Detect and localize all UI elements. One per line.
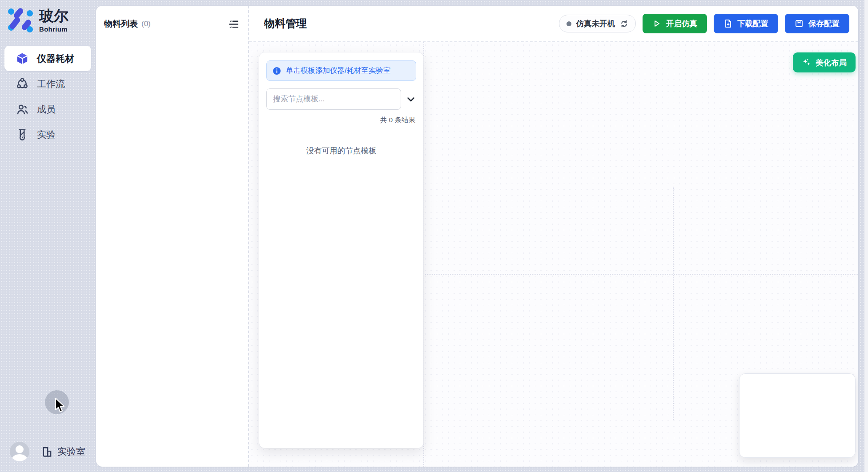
material-list-panel: 物料列表 (0)	[96, 6, 249, 467]
main-content: 物料管理 仿真未开机 开启仿真	[249, 6, 858, 467]
simulation-status-chip: 仿真未开机	[559, 15, 636, 32]
beautify-layout-button[interactable]: 美化布局	[793, 52, 856, 72]
scrollbar[interactable]	[864, 0, 868, 472]
sparkles-icon	[802, 58, 811, 67]
page-title: 物料管理	[264, 16, 307, 31]
material-list-title: 物料列表	[104, 18, 138, 30]
experiment-icon	[15, 128, 29, 141]
simulation-status-label: 仿真未开机	[576, 18, 615, 29]
collapse-template-list-button[interactable]	[406, 94, 416, 104]
brand-logo: 玻尔 Bohrium	[7, 6, 68, 33]
minimap[interactable]	[739, 373, 856, 458]
sidebar-item-label: 工作流	[37, 78, 65, 90]
template-hint-banner: 单击模板添加仪器/耗材至实验室	[266, 60, 416, 81]
cube-icon	[15, 52, 29, 65]
material-list-count: (0)	[141, 20, 151, 28]
menu-fold-icon	[228, 19, 239, 30]
start-simulation-button[interactable]: 开启仿真	[643, 14, 707, 33]
workflow-icon	[15, 77, 29, 91]
brand-text: 玻尔 Bohrium	[39, 6, 68, 33]
refresh-icon	[620, 20, 628, 28]
refresh-status-button[interactable]	[620, 20, 628, 28]
sidebar-item-label: 实验	[37, 128, 56, 141]
template-search-input[interactable]	[266, 88, 401, 110]
topbar: 物料管理 仿真未开机 开启仿真	[249, 6, 858, 42]
download-config-label: 下载配置	[737, 18, 768, 29]
save-icon	[795, 19, 804, 28]
workspace-label: 实验室	[57, 445, 85, 458]
template-result-count: 共 0 条结果	[266, 116, 416, 125]
sidebar-item-members[interactable]: 成员	[4, 96, 91, 122]
sidebar-item-instruments[interactable]: 仪器耗材	[4, 46, 91, 71]
save-config-button[interactable]: 保存配置	[785, 14, 849, 33]
canvas-gridline	[423, 274, 858, 275]
main-card: 物料列表 (0) 物料管理 仿真未开机	[96, 6, 858, 467]
sidebar-item-workflow[interactable]: 工作流	[4, 71, 91, 96]
info-icon	[273, 67, 281, 75]
node-template-panel: 单击模板添加仪器/耗材至实验室 共 0 条结果 没有可用的节点模板	[259, 52, 423, 448]
brand-name-en: Bohrium	[39, 25, 68, 33]
template-hint-text: 单击模板添加仪器/耗材至实验室	[286, 66, 391, 76]
template-empty-text: 没有可用的节点模板	[266, 145, 416, 156]
sidebar-footer: 实验室	[10, 442, 85, 461]
file-download-icon	[723, 19, 732, 28]
workspace-switcher[interactable]: 实验室	[41, 445, 85, 458]
download-config-button[interactable]: 下载配置	[714, 14, 778, 33]
sidebar-item-label: 仪器耗材	[37, 52, 74, 65]
members-icon	[15, 102, 29, 116]
collapse-panel-button[interactable]	[227, 17, 240, 31]
play-icon	[652, 19, 661, 28]
template-search-row	[266, 88, 416, 110]
flow-canvas[interactable]: 单击模板添加仪器/耗材至实验室 共 0 条结果 没有可用的节点模板	[249, 42, 858, 467]
beautify-layout-label: 美化布局	[816, 57, 847, 68]
brand-name-zh: 玻尔	[39, 8, 68, 24]
start-simulation-label: 开启仿真	[666, 18, 697, 29]
chevron-down-icon	[406, 94, 416, 104]
status-dot-icon	[567, 21, 571, 26]
building-icon	[41, 445, 53, 458]
sidebar-item-experiments[interactable]: 实验	[4, 122, 91, 147]
user-avatar[interactable]	[10, 442, 29, 461]
mouse-cursor	[53, 397, 67, 414]
save-config-label: 保存配置	[808, 18, 840, 29]
material-list-header: 物料列表 (0)	[104, 17, 240, 31]
sidebar-nav: 仪器耗材 工作流 成员	[4, 46, 91, 147]
bohrium-logo-icon	[7, 6, 34, 33]
sidebar-item-label: 成员	[37, 103, 56, 116]
canvas-gridline	[423, 42, 424, 467]
canvas-gridline	[673, 187, 674, 420]
